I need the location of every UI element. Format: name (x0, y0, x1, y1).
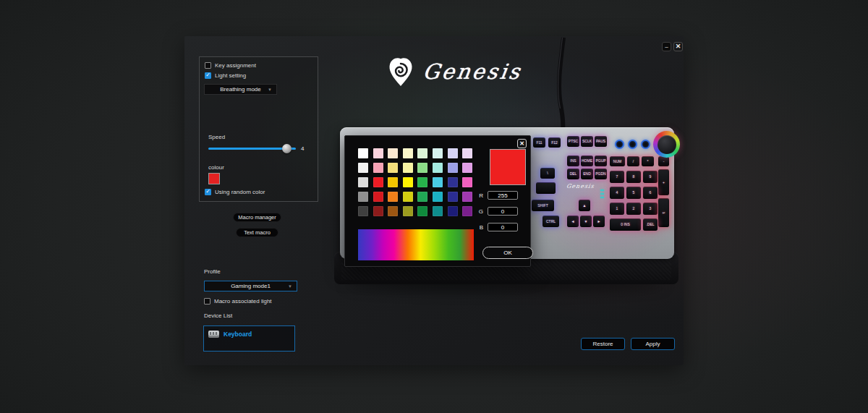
palette-swatch[interactable] (388, 192, 398, 202)
minimize-button[interactable]: – (662, 42, 671, 51)
random-color-checkbox[interactable]: ✓ (205, 189, 211, 195)
dialog-close-button[interactable]: ✕ (517, 139, 527, 148)
red-field-row: R (478, 191, 518, 200)
device-name: Keyboard (224, 331, 252, 338)
palette-swatch[interactable] (388, 206, 398, 216)
restore-label: Restore (592, 341, 613, 347)
palette-swatch[interactable] (448, 206, 458, 216)
apply-label: Apply (645, 341, 660, 347)
close-button[interactable]: ✕ (673, 42, 683, 51)
green-input[interactable] (488, 207, 518, 216)
text-macro-button[interactable]: Text macro (236, 228, 278, 237)
spectrum-bar[interactable] (358, 229, 474, 260)
palette-swatch[interactable] (373, 148, 383, 158)
speed-label: Speed (208, 134, 225, 140)
light-mode-value: Breathing mode (220, 86, 260, 93)
palette-swatch[interactable] (403, 192, 413, 202)
ok-button[interactable]: OK (482, 247, 533, 259)
restore-button[interactable]: Restore (581, 338, 625, 350)
palette-swatch[interactable] (433, 148, 443, 158)
close-icon: ✕ (519, 140, 524, 147)
palette-swatch[interactable] (462, 206, 472, 216)
green-label: G (478, 208, 483, 215)
blue-input[interactable] (488, 223, 518, 231)
key-assignment-checkbox[interactable] (205, 62, 211, 69)
minimize-icon: – (665, 44, 668, 50)
text-macro-label: Text macro (244, 229, 271, 236)
device-list-item-keyboard[interactable]: Keyboard (204, 326, 294, 338)
speed-value: 4 (301, 145, 304, 152)
palette-swatch[interactable] (433, 192, 443, 202)
macro-manager-button[interactable]: Macro manager (233, 213, 281, 222)
blue-field-row: B (478, 223, 518, 231)
palette-swatch[interactable] (417, 148, 427, 158)
palette-swatch[interactable] (462, 148, 472, 158)
palette-swatch[interactable] (388, 177, 398, 187)
random-color-label: Using random color (215, 189, 265, 195)
palette-swatch[interactable] (417, 177, 427, 187)
palette-swatch[interactable] (462, 163, 472, 173)
palette-swatch[interactable] (462, 177, 472, 187)
palette-swatch[interactable] (373, 177, 383, 187)
key-assignment-option[interactable]: Key assignment (205, 62, 256, 69)
palette-swatch[interactable] (433, 163, 443, 173)
palette-swatch[interactable] (388, 148, 398, 158)
light-setting-checkbox[interactable]: ✓ (205, 72, 211, 79)
palette-swatch[interactable] (358, 163, 368, 173)
key-assignment-label: Key assignment (215, 62, 256, 69)
palette-swatch[interactable] (403, 177, 413, 187)
desktop-background: – ✕ Genesis Key assignment ✓ Light setti (0, 0, 868, 413)
random-color-option[interactable]: ✓ Using random color (205, 189, 265, 195)
speed-slider-thumb[interactable] (282, 144, 292, 153)
palette-grid (358, 148, 472, 216)
palette-swatch[interactable] (448, 192, 458, 202)
color-picker-dialog: ✕ R G B OK (344, 135, 531, 267)
palette-swatch[interactable] (358, 177, 368, 187)
profile-value: Gaming mode1 (231, 283, 271, 289)
chevron-down-icon: ▼ (288, 284, 292, 289)
check-icon: ✓ (205, 189, 210, 195)
palette-swatch[interactable] (358, 206, 368, 216)
palette-swatch[interactable] (373, 163, 383, 173)
genesis-logo-icon (386, 55, 416, 88)
palette-swatch[interactable] (448, 163, 458, 173)
light-settings-groupbox: Key assignment ✓ Light setting Breathing… (199, 56, 318, 202)
genesis-logo: Genesis (386, 55, 522, 88)
palette-swatch[interactable] (373, 192, 383, 202)
macro-associated-checkbox[interactable] (204, 298, 210, 305)
light-setting-label: Light setting (215, 72, 246, 79)
colour-swatch[interactable] (208, 173, 220, 184)
palette-swatch[interactable] (373, 206, 383, 216)
blue-label: B (478, 224, 483, 231)
selected-color-preview (490, 149, 526, 185)
palette-swatch[interactable] (433, 177, 443, 187)
apply-button[interactable]: Apply (631, 338, 675, 350)
macro-associated-option[interactable]: Macro associated light (204, 298, 272, 305)
red-input[interactable] (488, 191, 518, 200)
palette-swatch[interactable] (403, 163, 413, 173)
colour-label: colour (208, 164, 224, 171)
keyboard-icon (208, 331, 219, 338)
device-list-label: Device List (204, 312, 232, 319)
light-mode-dropdown[interactable]: Breathing mode ▼ (204, 84, 277, 95)
palette-swatch[interactable] (433, 206, 443, 216)
palette-swatch[interactable] (448, 177, 458, 187)
palette-swatch[interactable] (417, 206, 427, 216)
palette-swatch[interactable] (388, 163, 398, 173)
palette-swatch[interactable] (403, 206, 413, 216)
palette-swatch[interactable] (358, 192, 368, 202)
palette-swatch[interactable] (417, 163, 427, 173)
palette-swatch[interactable] (403, 148, 413, 158)
macro-associated-label: Macro associated light (214, 298, 272, 305)
green-field-row: G (478, 207, 518, 216)
red-label: R (478, 192, 483, 199)
device-list-box: Keyboard (203, 325, 295, 352)
palette-swatch[interactable] (448, 148, 458, 158)
palette-swatch[interactable] (417, 192, 427, 202)
light-setting-option[interactable]: ✓ Light setting (205, 72, 246, 79)
palette-swatch[interactable] (462, 192, 472, 202)
check-icon: ✓ (205, 72, 210, 78)
close-icon: ✕ (676, 43, 681, 50)
palette-swatch[interactable] (358, 148, 368, 158)
profile-dropdown[interactable]: Gaming mode1 ▼ (204, 281, 297, 291)
